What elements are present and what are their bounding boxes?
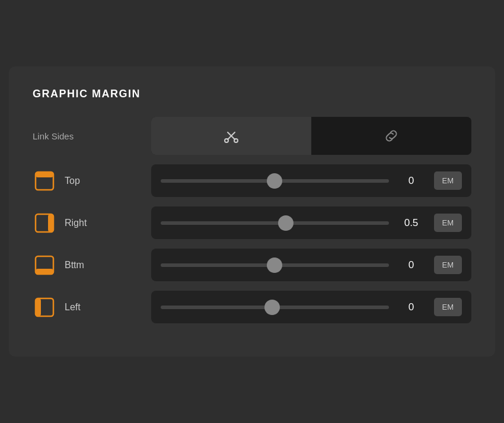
slider-track-bttm [161,263,389,267]
row-label-right: Right [65,218,87,228]
unlink-icon [223,128,240,144]
link-sides-control [151,117,471,155]
slider-value-left: 0 [397,301,426,313]
svg-rect-13 [36,298,41,316]
top-margin-icon [33,169,56,193]
control-bttm: 0 EM [151,249,471,281]
unit-button-bttm[interactable]: EM [434,256,462,274]
row-label-bttm: Bttm [65,260,84,271]
margin-row-left: Left 0 EM [33,291,471,323]
svg-rect-11 [36,269,53,274]
unit-button-left[interactable]: EM [434,298,462,316]
control-top: 0 EM [151,164,471,197]
slider-wrapper-bttm[interactable] [161,258,389,272]
row-label-top: Top [65,176,80,186]
margin-rows: Top 0 EM Right 0.5 [33,164,471,323]
slider-thumb-left[interactable] [264,300,280,315]
unit-button-right[interactable]: EM [434,214,462,232]
slider-value-top: 0 [397,175,426,187]
svg-line-5 [235,139,237,139]
slider-track-right [161,221,389,225]
unit-button-top[interactable]: EM [434,171,462,190]
slider-value-right: 0.5 [397,217,426,229]
margin-row-top: Top 0 EM [33,164,471,197]
slider-wrapper-right[interactable] [161,216,389,230]
slider-track-top [161,179,389,183]
margin-row-right: Right 0.5 EM [33,206,471,239]
row-label-area-right: Right [33,211,151,235]
slider-track-left [161,306,389,309]
slider-wrapper-top[interactable] [161,174,389,188]
row-label-area-bttm: Bttm [33,253,151,277]
row-label-area-top: Top [33,169,151,193]
row-label-left: Left [65,302,81,313]
graphic-margin-panel: GRAPHIC MARGIN Link Sides [9,66,495,357]
link-button[interactable] [311,117,471,155]
link-icon [383,128,400,144]
link-sides-label: Link Sides [33,131,151,141]
svg-rect-9 [48,214,53,232]
bottom-margin-icon [33,253,56,277]
control-left: 0 EM [151,291,471,323]
right-margin-icon [33,211,56,235]
left-margin-icon [33,295,56,319]
panel-title: GRAPHIC MARGIN [33,88,471,100]
slider-wrapper-left[interactable] [161,300,389,314]
link-sides-row: Link Sides [33,117,471,155]
row-label-area-left: Left [33,295,151,319]
unlink-button[interactable] [151,117,311,155]
slider-thumb-right[interactable] [278,215,294,231]
svg-rect-7 [36,172,53,177]
svg-line-4 [227,139,228,139]
slider-thumb-bttm[interactable] [267,257,282,273]
slider-thumb-top[interactable] [267,173,282,189]
slider-value-bttm: 0 [397,259,426,271]
control-right: 0.5 EM [151,206,471,239]
margin-row-bttm: Bttm 0 EM [33,249,471,281]
